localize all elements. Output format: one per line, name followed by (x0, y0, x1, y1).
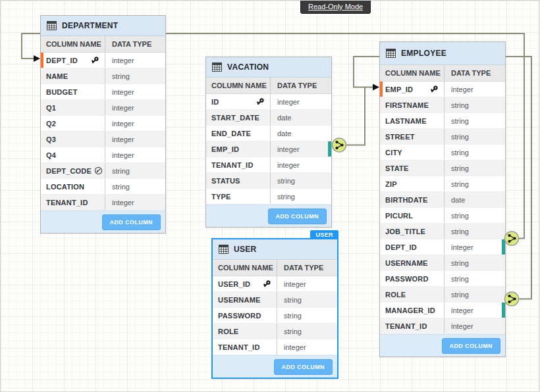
column-name-cell: BIRTHDATE (380, 192, 445, 207)
column-row-user-role[interactable]: ROLEstring (213, 324, 337, 339)
column-name-label: CITY (385, 149, 402, 157)
column-row-department-q1[interactable]: Q1integer (41, 100, 165, 116)
read-only-mode-label: Read-Only Mode (308, 3, 363, 11)
data-type-header: DATA TYPE (271, 78, 331, 93)
column-name-cell: JOB_TITLE (380, 224, 445, 239)
column-row-user-user_id[interactable]: USER_IDinteger (213, 276, 337, 292)
column-row-department-budget[interactable]: BUDGETinteger (41, 84, 165, 100)
column-name-label: Q4 (46, 151, 56, 159)
data-type-cell: integer (105, 100, 165, 115)
column-row-employee-manager_id[interactable]: MANAGER_IDinteger (380, 303, 505, 318)
connector-employee-managerid[interactable] (505, 292, 519, 306)
column-name-label: ROLE (218, 328, 238, 335)
column-name-cell: USER_ID (213, 276, 277, 291)
add-column-button[interactable]: ADD COLUMN (274, 359, 333, 375)
column-row-employee-dept_id[interactable]: DEPT_IDinteger (380, 239, 505, 255)
diagram-canvas[interactable]: DEPARTMENTCOLUMN NAMEDATA TYPEDEPT_IDint… (0, 0, 540, 392)
column-row-department-tenant_id[interactable]: TENANT_IDinteger (41, 195, 165, 210)
column-row-vacation-type[interactable]: TYPEstring (206, 189, 331, 205)
data-type-cell: string (105, 68, 165, 84)
column-name-cell: PASSWORD (213, 308, 277, 323)
table-header-user[interactable]: USER (213, 239, 337, 260)
column-row-vacation-start_date[interactable]: START_DATEdate (206, 110, 331, 126)
column-row-vacation-tenant_id[interactable]: TENANT_IDinteger (206, 157, 331, 173)
column-name-label: USERNAME (218, 296, 261, 304)
data-type-cell: string (445, 160, 505, 176)
column-row-employee-job_title[interactable]: JOB_TITLEstring (380, 224, 505, 239)
column-name-cell: DEPT_ID (41, 53, 105, 68)
column-row-employee-state[interactable]: STATEstring (380, 160, 505, 176)
column-name-cell: PICURL (380, 208, 445, 223)
read-only-mode-badge: Read-Only Mode (300, 0, 371, 14)
connector-employee-deptid[interactable] (505, 232, 519, 245)
column-name-label: END_DATE (211, 130, 251, 137)
column-name-cell: ROLE (380, 287, 445, 302)
column-name-label: DEPT_CODE (46, 167, 92, 175)
primary-key-marker-bar (380, 82, 383, 97)
column-row-department-q2[interactable]: Q2integer (41, 116, 165, 132)
column-row-user-username[interactable]: USERNAMEstring (213, 292, 337, 308)
column-row-vacation-status[interactable]: STATUSstring (206, 173, 331, 189)
data-type-cell: string (445, 287, 505, 302)
add-column-button[interactable]: ADD COLUMN (442, 338, 501, 354)
column-name-cell: PASSWORD (380, 271, 445, 286)
column-row-employee-username[interactable]: USERNAMEstring (380, 255, 505, 271)
table-footer: ADD COLUMN (206, 205, 331, 227)
table-header-employee[interactable]: EMPLOYEE (380, 42, 505, 65)
data-type-cell: date (271, 126, 331, 141)
connector-vacation-empid[interactable] (333, 138, 346, 152)
table-vacation[interactable]: VACATIONCOLUMN NAMEDATA TYPEIDintegerSTA… (205, 57, 332, 228)
table-department[interactable]: DEPARTMENTCOLUMN NAMEDATA TYPEDEPT_IDint… (40, 15, 166, 233)
table-header-vacation[interactable]: VACATION (206, 57, 331, 78)
column-row-user-tenant_id[interactable]: TENANT_IDinteger (213, 339, 337, 355)
column-row-employee-role[interactable]: ROLEstring (380, 287, 505, 303)
data-type-cell: string (445, 97, 505, 112)
column-name-cell: LASTNAME (380, 113, 445, 128)
column-row-employee-firstname[interactable]: FIRSTNAMEstring (380, 97, 505, 113)
data-type-cell: string (445, 113, 505, 128)
column-row-employee-tenant_id[interactable]: TENANT_IDinteger (380, 318, 505, 334)
column-row-department-dept_code[interactable]: DEPT_CODEstring (41, 163, 165, 179)
column-name-cell: ID (206, 94, 271, 109)
column-row-user-password[interactable]: PASSWORDstring (213, 308, 337, 324)
column-row-employee-picurl[interactable]: PICURLstring (380, 208, 505, 224)
add-column-button[interactable]: ADD COLUMN (102, 214, 161, 230)
column-name-cell: START_DATE (206, 110, 271, 125)
data-type-cell: integer (105, 53, 165, 68)
data-type-cell: string (445, 255, 505, 270)
column-name-cell: ZIP (380, 176, 445, 191)
table-employee[interactable]: EMPLOYEECOLUMN NAMEDATA TYPEEMP_IDintege… (379, 41, 506, 357)
data-type-cell: string (445, 145, 505, 160)
column-row-employee-city[interactable]: CITYstring (380, 145, 505, 160)
column-row-department-location[interactable]: LOCATIONstring (41, 179, 165, 195)
column-row-department-name[interactable]: NAMEstring (41, 68, 165, 84)
column-row-department-q4[interactable]: Q4integer (41, 147, 165, 163)
column-name-cell: CITY (380, 145, 445, 160)
column-row-vacation-emp_id[interactable]: EMP_IDinteger (206, 141, 331, 157)
circle-slash-icon (94, 166, 103, 175)
column-row-employee-emp_id[interactable]: EMP_IDinteger (380, 82, 505, 97)
column-row-vacation-id[interactable]: IDinteger (206, 94, 331, 110)
table-header-department[interactable]: DEPARTMENT (41, 16, 165, 36)
data-type-cell: string (277, 292, 337, 307)
column-row-employee-lastname[interactable]: LASTNAMEstring (380, 113, 505, 129)
column-row-department-q3[interactable]: Q3integer (41, 132, 165, 147)
column-name-label: Q3 (46, 135, 56, 143)
column-row-vacation-end_date[interactable]: END_DATEdate (206, 126, 331, 141)
column-name-label: EMP_ID (385, 86, 413, 93)
table-user[interactable]: USERUSERCOLUMN NAMEDATA TYPEUSER_IDinteg… (211, 238, 338, 379)
table-grid-icon (212, 62, 222, 72)
column-row-employee-street[interactable]: STREETstring (380, 129, 505, 145)
add-column-button[interactable]: ADD COLUMN (268, 208, 327, 224)
table-grid-icon (219, 245, 229, 254)
column-name-label: DEPT_ID (46, 57, 78, 64)
column-row-employee-zip[interactable]: ZIPstring (380, 176, 505, 192)
data-type-cell: integer (271, 157, 331, 172)
data-type-header: DATA TYPE (445, 65, 505, 81)
column-row-employee-birthdate[interactable]: BIRTHDATEdate (380, 192, 505, 208)
column-row-employee-password[interactable]: PASSWORDstring (380, 271, 505, 287)
column-name-label: EMP_ID (211, 145, 239, 153)
column-row-department-dept_id[interactable]: DEPT_IDinteger (41, 53, 165, 68)
primary-key-marker-bar (41, 53, 43, 68)
column-name-label: PICURL (385, 212, 413, 220)
